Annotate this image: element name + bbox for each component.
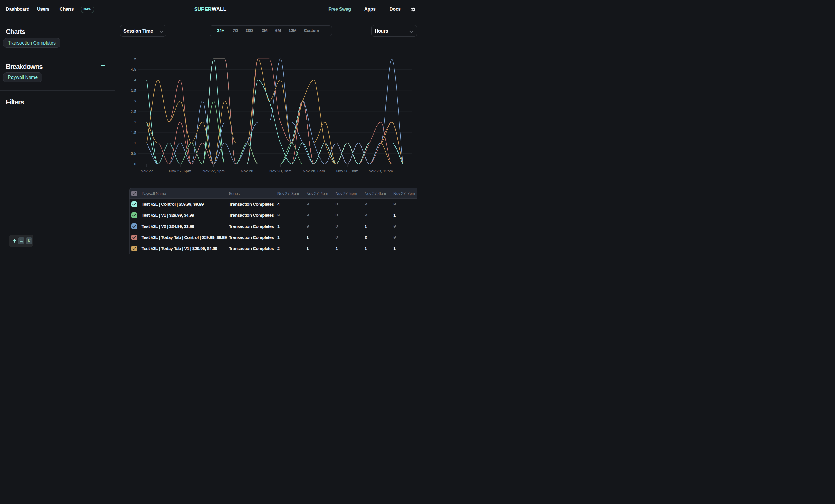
- svg-text:1: 1: [134, 141, 136, 145]
- svg-text:5: 5: [134, 57, 136, 61]
- svg-text:4: 4: [134, 78, 136, 82]
- svg-text:Nov 27, 9pm: Nov 27, 9pm: [202, 169, 225, 173]
- svg-text:3.5: 3.5: [131, 88, 136, 92]
- svg-text:Nov 27, 6pm: Nov 27, 6pm: [169, 169, 191, 173]
- svg-text:3: 3: [134, 99, 136, 103]
- svg-text:1.5: 1.5: [131, 130, 136, 135]
- svg-text:4.5: 4.5: [131, 67, 136, 71]
- svg-text:0.5: 0.5: [131, 151, 136, 156]
- svg-text:0: 0: [134, 162, 136, 166]
- svg-text:Nov 27: Nov 27: [140, 169, 153, 173]
- svg-text:Nov 28, 3am: Nov 28, 3am: [269, 169, 291, 173]
- svg-text:Nov 28, 9am: Nov 28, 9am: [336, 169, 359, 173]
- svg-text:Nov 28: Nov 28: [241, 169, 253, 173]
- svg-text:2.5: 2.5: [131, 109, 136, 113]
- svg-text:Nov 28, 6am: Nov 28, 6am: [303, 169, 325, 173]
- svg-text:2: 2: [134, 120, 136, 124]
- svg-text:Nov 28, 12pm: Nov 28, 12pm: [368, 169, 393, 173]
